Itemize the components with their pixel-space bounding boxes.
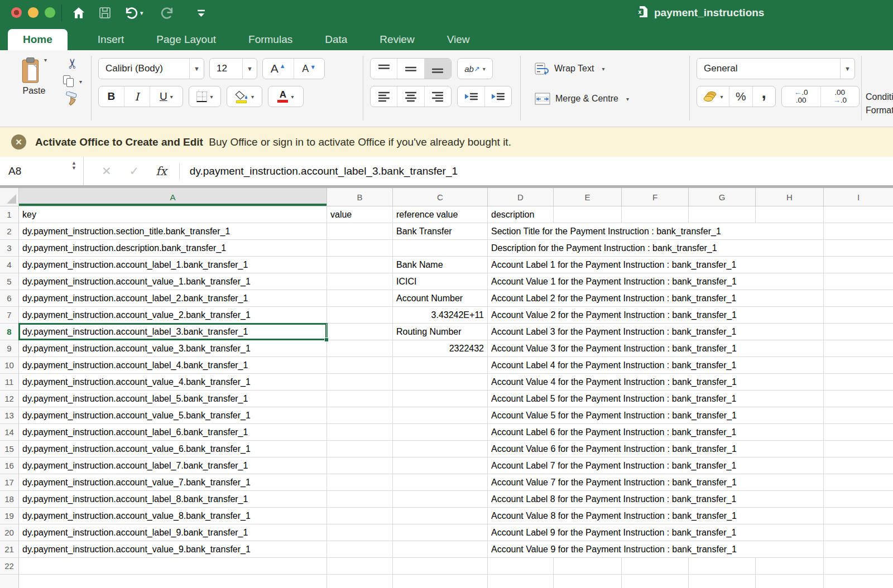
cell-D9[interactable]: Account Value 3 for the Payment Instruct…: [488, 340, 824, 356]
cell-C15[interactable]: [393, 441, 488, 457]
align-middle-button[interactable]: [397, 59, 424, 79]
cell-I5[interactable]: [824, 273, 893, 290]
underline-button[interactable]: U▾: [150, 86, 183, 107]
cell-I12[interactable]: [824, 391, 893, 407]
cell-A13[interactable]: dy.payment_instruction.account_value_5.b…: [19, 407, 327, 423]
cell-D21[interactable]: Account Value 9 for the Payment Instruct…: [488, 541, 824, 557]
cell-I1[interactable]: [824, 206, 893, 223]
quick-access-dropdown-icon[interactable]: [196, 5, 206, 21]
column-header-E[interactable]: E: [554, 188, 622, 206]
row-header-12[interactable]: 12: [0, 391, 19, 407]
italic-button[interactable]: I: [124, 86, 150, 107]
insert-function-icon[interactable]: fx: [156, 165, 167, 178]
cell-H1[interactable]: [756, 206, 824, 223]
cell-D13[interactable]: Account Value 5 for the Payment Instruct…: [488, 407, 824, 423]
cell-E[interactable]: [554, 575, 622, 588]
cell-D20[interactable]: Account Label 9 for the Payment Instruct…: [488, 524, 824, 541]
row-header-19[interactable]: 19: [0, 508, 19, 524]
cell-D8[interactable]: Account Label 3 for the Payment Instruct…: [488, 324, 824, 340]
font-color-button[interactable]: A ▾: [268, 86, 303, 107]
align-right-button[interactable]: [425, 86, 451, 107]
cell-I8[interactable]: [824, 324, 893, 340]
tab-home[interactable]: Home: [8, 29, 68, 50]
cell-A2[interactable]: dy.payment_instruction.section_title.ban…: [19, 223, 327, 239]
increase-decimal-button[interactable]: ←.0.00: [782, 86, 821, 107]
tab-formulas[interactable]: Formulas: [246, 29, 295, 50]
row-header-21[interactable]: 21: [0, 541, 19, 557]
cell-D14[interactable]: Account Label 6 for the Payment Instruct…: [488, 424, 824, 440]
cell-C17[interactable]: [393, 474, 488, 490]
cell-C16[interactable]: [393, 457, 488, 474]
column-header-C[interactable]: C: [393, 188, 488, 206]
cell-I21[interactable]: [824, 541, 893, 557]
cell-D11[interactable]: Account Value 4 for the Payment Instruct…: [488, 374, 824, 390]
paste-button[interactable]: ▾ Paste: [10, 57, 58, 96]
cell-D6[interactable]: Account Label 2 for the Payment Instruct…: [488, 290, 824, 306]
cell-B1[interactable]: value: [327, 206, 393, 223]
row-header-5[interactable]: 5: [0, 273, 19, 290]
cell-C21[interactable]: [393, 541, 488, 557]
row-header-8[interactable]: 8: [0, 324, 19, 340]
cell-A4[interactable]: dy.payment_instruction.account_label_1.b…: [19, 257, 327, 273]
conditional-formatting-button[interactable]: Conditional Formatting: [866, 90, 893, 117]
cell-D17[interactable]: Account Value 7 for the Payment Instruct…: [488, 474, 824, 490]
cell-B22[interactable]: [327, 558, 393, 574]
cell-C9[interactable]: 2322432: [393, 340, 488, 356]
cell-B19[interactable]: [327, 508, 393, 524]
cell-D18[interactable]: Account Label 8 for the Payment Instruct…: [488, 491, 824, 507]
font-color-dropdown-icon[interactable]: ▾: [291, 94, 294, 100]
cell-B16[interactable]: [327, 457, 393, 474]
cell-A1[interactable]: key: [19, 206, 327, 223]
comma-style-button[interactable]: ,: [753, 86, 776, 107]
text-orientation-button[interactable]: ab ↗ ▾: [458, 59, 492, 79]
cell-C22[interactable]: [393, 558, 488, 574]
select-all-corner[interactable]: [0, 188, 19, 206]
wrap-text-dropdown-icon[interactable]: ▾: [602, 66, 604, 72]
borders-dropdown-icon[interactable]: ▾: [210, 94, 213, 100]
cell-A20[interactable]: dy.payment_instruction.account_label_9.b…: [19, 524, 327, 541]
cell-B18[interactable]: [327, 491, 393, 507]
column-header-I[interactable]: I: [824, 188, 893, 206]
copy-dropdown-icon[interactable]: ▾: [79, 79, 82, 85]
cell-F1[interactable]: [622, 206, 689, 223]
grow-font-button[interactable]: A▲: [263, 59, 294, 79]
formula-input[interactable]: dy.payment_instruction.account_label_3.b…: [190, 165, 458, 177]
cell-G1[interactable]: [689, 206, 756, 223]
cell-A15[interactable]: dy.payment_instruction.account_value_6.b…: [19, 441, 327, 457]
column-header-F[interactable]: F: [622, 188, 689, 206]
cell-D[interactable]: [488, 575, 554, 588]
cell-H[interactable]: [756, 575, 824, 588]
percent-style-button[interactable]: %: [729, 86, 753, 107]
cell-I20[interactable]: [824, 524, 893, 541]
cell-A12[interactable]: dy.payment_instruction.account_label_5.b…: [19, 391, 327, 407]
row-header-22[interactable]: 22: [0, 558, 19, 574]
cell-C13[interactable]: [393, 407, 488, 423]
redo-button[interactable]: [161, 5, 175, 21]
number-format-select[interactable]: General ▼: [697, 58, 855, 79]
cell-I15[interactable]: [824, 441, 893, 457]
row-header-partial[interactable]: [0, 575, 19, 588]
format-painter-button[interactable]: [65, 91, 80, 108]
merge-centre-button[interactable]: Merge & Centre ▾: [535, 93, 629, 105]
cell-B5[interactable]: [327, 273, 393, 290]
undo-button[interactable]: ▾: [124, 5, 143, 21]
cell-A11[interactable]: dy.payment_instruction.account_value_4.b…: [19, 374, 327, 390]
underline-dropdown-icon[interactable]: ▾: [170, 94, 173, 100]
row-header-1[interactable]: 1: [0, 206, 19, 223]
cell-A7[interactable]: dy.payment_instruction.account_value_2.b…: [19, 307, 327, 323]
cell-A21[interactable]: dy.payment_instruction.account_value_9.b…: [19, 541, 327, 557]
row-header-3[interactable]: 3: [0, 240, 19, 256]
cell-D22[interactable]: [488, 558, 554, 574]
cell-I17[interactable]: [824, 474, 893, 490]
number-format-dropdown-icon[interactable]: ▼: [840, 59, 854, 79]
currency-format-button[interactable]: ▾: [697, 86, 729, 107]
column-header-A[interactable]: A: [19, 188, 327, 206]
cell-B7[interactable]: [327, 307, 393, 323]
cell-B8[interactable]: [327, 324, 393, 340]
cell-C6[interactable]: Account Number: [393, 290, 488, 306]
cancel-entry-icon[interactable]: ✕: [102, 165, 112, 178]
wrap-text-button[interactable]: Wrap Text ▾: [535, 62, 604, 75]
font-size-select[interactable]: 12 ▼: [209, 58, 257, 79]
cell-B6[interactable]: [327, 290, 393, 306]
decrease-decimal-button[interactable]: .00→.0: [821, 86, 860, 107]
